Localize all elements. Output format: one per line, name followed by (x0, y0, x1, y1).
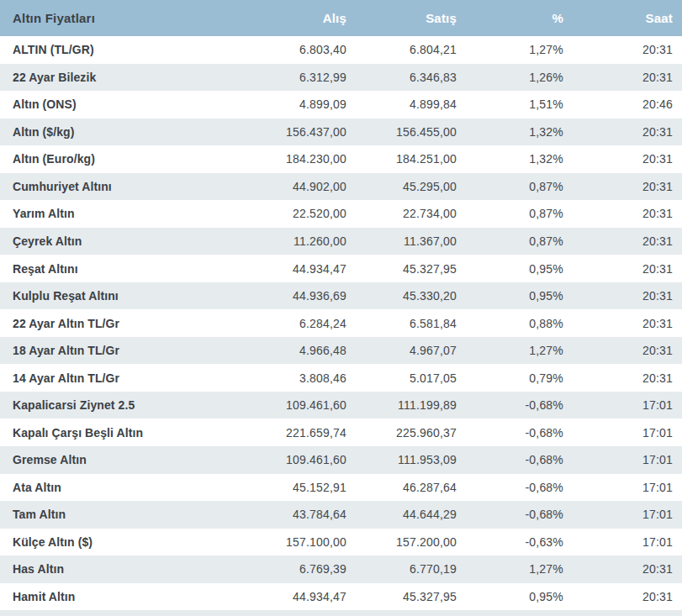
instrument-name-cell[interactable]: Cumhuriyet Altını (0, 180, 210, 193)
update-time-cell: 20:31 (563, 180, 682, 193)
table-row[interactable]: Ata Altın 45.152,91 46.287,64 -0,68% 17:… (0, 474, 682, 502)
instrument-name-cell[interactable]: 22 Ayar Bilezik (0, 71, 210, 84)
update-time-cell: 20:31 (563, 371, 682, 385)
buy-price-cell: 156.437,00 (210, 125, 346, 139)
instrument-name-cell[interactable]: Altın (Euro/kg) (0, 152, 210, 166)
sell-price-cell: 225.960,37 (346, 426, 457, 440)
sell-price-cell: 5.017,05 (346, 371, 457, 385)
table-row[interactable]: Gremse Altın 109.461,60 111.953,09 -0,68… (0, 446, 682, 474)
instrument-name-cell[interactable]: Has Altın (0, 562, 210, 576)
change-percent-cell: 0,87% (457, 234, 563, 248)
table-row[interactable]: 14 Ayar Altın TL/Gr 3.808,46 5.017,05 0,… (0, 364, 682, 392)
instrument-name-cell[interactable]: Kapalicarsi Ziynet 2.5 (0, 398, 210, 412)
buy-price-cell: 44.936,69 (210, 289, 346, 303)
table-row[interactable]: 18 Ayar Altın TL/Gr 4.966,48 4.967,07 1,… (0, 337, 682, 365)
change-percent-cell: -0,68% (457, 426, 563, 440)
instrument-name-cell[interactable]: 18 Ayar Altın TL/Gr (0, 344, 210, 357)
buy-price-cell: 221.659,74 (210, 426, 346, 440)
update-time-cell: 20:31 (563, 71, 682, 84)
table-row[interactable]: Tam Altın 43.784,64 44.644,29 -0,68% 17:… (0, 501, 682, 529)
instrument-name-cell[interactable]: Kulplu Reşat Altını (0, 289, 210, 303)
sell-price-cell: 6.346,83 (346, 71, 457, 84)
sell-price-cell: 184.251,00 (346, 152, 457, 166)
buy-price-cell: 6.284,24 (210, 317, 346, 330)
change-percent-cell: -0,68% (457, 398, 563, 412)
instrument-name-cell[interactable]: Altın ($/kg) (0, 125, 210, 139)
column-header-sell[interactable]: Satış (346, 11, 457, 25)
column-header-buy[interactable]: Alış (210, 11, 346, 25)
sell-price-cell: 6.804,21 (346, 43, 457, 56)
instrument-name-cell[interactable]: Kapalı Çarşı Beşli Altın (0, 426, 210, 440)
table-row[interactable]: 22 Ayar Bilezik 6.312,99 6.346,83 1,26% … (0, 64, 682, 92)
update-time-cell: 17:01 (563, 508, 682, 521)
instrument-name-cell[interactable]: Çeyrek Altın (0, 234, 210, 248)
buy-price-cell: 4.899,09 (210, 97, 346, 111)
update-time-cell: 20:31 (563, 43, 682, 56)
table-row[interactable]: Altın ($/kg) 156.437,00 156.455,00 1,32%… (0, 118, 682, 146)
table-title: Altın Fiyatları (0, 11, 210, 25)
update-time-cell: 20:31 (563, 234, 682, 248)
table-row[interactable]: Cumhuriyet Altını 44.902,00 45.295,00 0,… (0, 173, 682, 201)
update-time-cell: 17:01 (563, 398, 682, 412)
instrument-name-cell[interactable]: Tam Altın (0, 508, 210, 521)
instrument-name-cell[interactable]: Külçe Altın ($) (0, 535, 210, 549)
instrument-name-cell[interactable]: ALTIN (TL/GR) (0, 43, 210, 56)
table-row[interactable]: Altın (Euro/kg) 184.230,00 184.251,00 1,… (0, 145, 682, 173)
buy-price-cell: 6.803,40 (210, 43, 346, 56)
sell-price-cell: 157.200,00 (346, 535, 457, 549)
column-header-percent[interactable]: % (457, 11, 563, 25)
table-row[interactable]: Kapalicarsi Ziynet 2.5 109.461,60 111.19… (0, 392, 682, 419)
table-row[interactable]: Külçe Altın ($) 157.100,00 157.200,00 -0… (0, 529, 682, 556)
sell-price-cell: 6.770,19 (346, 562, 457, 576)
update-time-cell: 20:31 (563, 262, 682, 276)
change-percent-cell: 1,32% (457, 152, 563, 166)
buy-price-cell: 6.769,39 (210, 562, 346, 576)
table-row[interactable]: Has Altın 6.769,39 6.770,19 1,27% 20:31 (0, 555, 682, 583)
change-percent-cell: 1,27% (457, 562, 563, 576)
change-percent-cell: 0,79% (457, 371, 563, 385)
instrument-name-cell[interactable]: Ata Altın (0, 481, 210, 494)
table-row[interactable]: Altın (ONS) 4.899,09 4.899,84 1,51% 20:4… (0, 91, 682, 118)
change-percent-cell: -0,68% (457, 453, 563, 466)
instrument-name-cell[interactable]: Yarım Altın (0, 207, 210, 220)
table-row[interactable]: ALTIN (TL/GR) 6.803,40 6.804,21 1,27% 20… (0, 36, 682, 64)
update-time-cell: 20:31 (563, 207, 682, 220)
sell-price-cell: 156.455,00 (346, 125, 457, 139)
change-percent-cell: 0,88% (457, 317, 563, 330)
sell-price-cell: 45.327,95 (346, 262, 457, 276)
change-percent-cell: 1,51% (457, 97, 563, 111)
buy-price-cell: 44.902,00 (210, 180, 346, 193)
table-row[interactable]: Reşat Altını 44.934,47 45.327,95 0,95% 2… (0, 255, 682, 282)
sell-price-cell: 11.367,00 (346, 234, 457, 248)
instrument-name-cell[interactable]: Reşat Altını (0, 262, 210, 276)
sell-price-cell: 45.330,20 (346, 289, 457, 303)
sell-price-cell: 111.199,89 (346, 398, 457, 412)
table-row[interactable]: Yarım Altın 22.520,00 22.734,00 0,87% 20… (0, 200, 682, 228)
change-percent-cell: 0,95% (457, 289, 563, 303)
sell-price-cell: 45.295,00 (346, 180, 457, 193)
column-header-time[interactable]: Saat (563, 11, 682, 25)
buy-price-cell: 6.312,99 (210, 71, 346, 84)
buy-price-cell: 109.461,60 (210, 453, 346, 466)
table-row[interactable]: Çeyrek Altın 11.260,00 11.367,00 0,87% 2… (0, 228, 682, 255)
table-row[interactable]: 22 Ayar Altın TL/Gr 6.284,24 6.581,84 0,… (0, 309, 682, 337)
change-percent-cell: -0,68% (457, 481, 563, 494)
table-row[interactable]: Kulplu Reşat Altını 44.936,69 45.330,20 … (0, 282, 682, 310)
instrument-name-cell[interactable]: Hamit Altın (0, 590, 210, 603)
change-percent-cell: 0,87% (457, 180, 563, 193)
sell-price-cell: 111.953,09 (346, 453, 457, 466)
buy-price-cell: 157.100,00 (210, 535, 346, 549)
table-row[interactable]: Hamit Altın 44.934,47 45.327,95 0,95% 20… (0, 583, 682, 611)
update-time-cell: 20:31 (563, 152, 682, 166)
instrument-name-cell[interactable]: 22 Ayar Altın TL/Gr (0, 317, 210, 330)
change-percent-cell: 1,27% (457, 344, 563, 357)
sell-price-cell: 4.899,84 (346, 97, 457, 111)
change-percent-cell: 0,87% (457, 207, 563, 220)
instrument-name-cell[interactable]: Altın (ONS) (0, 97, 210, 111)
table-row[interactable]: Kapalı Çarşı Beşli Altın 221.659,74 225.… (0, 419, 682, 446)
update-time-cell: 20:31 (563, 590, 682, 603)
instrument-name-cell[interactable]: 14 Ayar Altın TL/Gr (0, 371, 210, 385)
buy-price-cell: 3.808,46 (210, 371, 346, 385)
instrument-name-cell[interactable]: Gremse Altın (0, 453, 210, 466)
sell-price-cell: 4.967,07 (346, 344, 457, 357)
